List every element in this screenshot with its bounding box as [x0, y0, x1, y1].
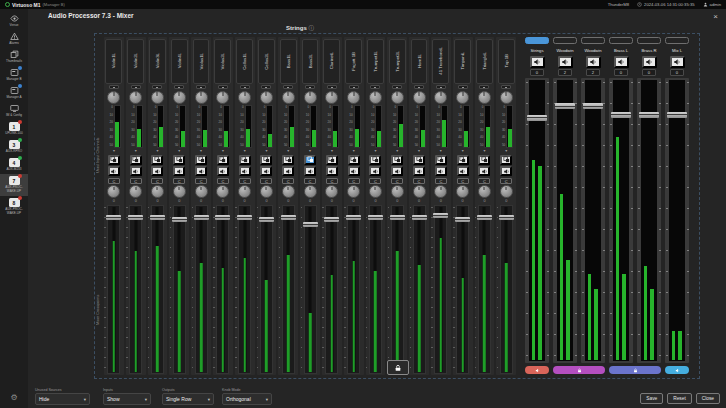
- output-fader-handle[interactable]: [555, 103, 575, 109]
- output-select-chip[interactable]: [553, 37, 577, 44]
- output-select-chip[interactable]: [609, 37, 633, 44]
- crosspoint-fader[interactable]: [215, 205, 230, 374]
- channel-edit-button[interactable]: [348, 155, 360, 165]
- channel-mute-button[interactable]: [348, 166, 360, 176]
- channel-mute-button[interactable]: [457, 166, 469, 176]
- crosspoint-fader[interactable]: [259, 205, 274, 374]
- pan-knob[interactable]: [260, 185, 273, 198]
- crosspoint-fader[interactable]: [237, 205, 252, 374]
- fader-handle[interactable]: [106, 215, 121, 220]
- fader-handle[interactable]: [346, 215, 361, 220]
- center-pan-button[interactable]: C: [369, 178, 381, 184]
- center-pan-button[interactable]: C: [391, 178, 403, 184]
- channel-edit-button[interactable]: [282, 155, 294, 165]
- sidebar-item[interactable]: 7 AUX-PROC-WAKE-UP: [0, 174, 28, 196]
- fader-handle[interactable]: [259, 217, 274, 222]
- fader-handle[interactable]: [172, 217, 187, 222]
- gain-knob[interactable]: [151, 91, 164, 104]
- output-mute-button[interactable]: [558, 56, 573, 68]
- fader-handle[interactable]: [150, 215, 165, 220]
- crosspoint-fader[interactable]: [303, 205, 318, 374]
- dropdown-select[interactable]: Hide▾: [35, 393, 90, 405]
- pan-knob[interactable]: [434, 185, 447, 198]
- gain-knob[interactable]: [195, 91, 208, 104]
- gain-knob[interactable]: [260, 91, 273, 104]
- center-pan-button[interactable]: C: [348, 178, 360, 184]
- pan-knob[interactable]: [151, 185, 164, 198]
- close-icon[interactable]: ×: [713, 13, 718, 21]
- channel-mute-button[interactable]: [500, 166, 512, 176]
- channel-edit-button[interactable]: [130, 155, 142, 165]
- crosspoint-fader[interactable]: [324, 205, 339, 374]
- channel-edit-button[interactable]: [435, 155, 447, 165]
- lock-pill-button[interactable]: [609, 366, 661, 374]
- fader-handle[interactable]: [499, 215, 514, 220]
- channel-mute-button[interactable]: [195, 166, 207, 176]
- channel-mute-button[interactable]: [435, 166, 447, 176]
- output-mute-button[interactable]: [530, 56, 545, 68]
- fader-handle[interactable]: [281, 215, 296, 220]
- info-icon[interactable]: ⓘ: [308, 25, 314, 31]
- speaker-pill-button[interactable]: [525, 366, 549, 374]
- channel-edit-button[interactable]: [413, 155, 425, 165]
- crosspoint-fader[interactable]: [281, 205, 296, 374]
- fader-handle[interactable]: [128, 215, 143, 220]
- output-select-chip[interactable]: [581, 37, 605, 44]
- output-select-chip[interactable]: [665, 37, 689, 44]
- fader-handle[interactable]: [455, 217, 470, 222]
- sidebar-item[interactable]: 1 UPLINK-100: [0, 120, 28, 138]
- center-pan-button[interactable]: C: [326, 178, 338, 184]
- center-pan-button[interactable]: C: [108, 178, 120, 184]
- output-fader[interactable]: [609, 78, 633, 364]
- crosspoint-fader[interactable]: [455, 205, 470, 374]
- fader-handle[interactable]: [390, 215, 405, 220]
- output-mute-button[interactable]: [642, 56, 657, 68]
- fader-handle[interactable]: [324, 217, 339, 222]
- channel-mute-button[interactable]: [130, 166, 142, 176]
- gain-knob[interactable]: [304, 91, 317, 104]
- gain-knob[interactable]: [478, 91, 491, 104]
- channel-edit-button[interactable]: [500, 155, 512, 165]
- crosspoint-fader[interactable]: [477, 205, 492, 374]
- channel-edit-button[interactable]: [239, 155, 251, 165]
- fader-handle[interactable]: [303, 222, 318, 227]
- dropdown-select[interactable]: Show▾: [103, 393, 151, 405]
- channel-edit-button[interactable]: [391, 155, 403, 165]
- sidebar-item[interactable]: 4 AUX-M233: [0, 156, 28, 174]
- channel-edit-button[interactable]: [478, 155, 490, 165]
- lock-pill-button[interactable]: [553, 366, 605, 374]
- channel-mute-button[interactable]: [478, 166, 490, 176]
- pan-knob[interactable]: [238, 185, 251, 198]
- output-fader-handle[interactable]: [527, 115, 547, 121]
- sidebar-item[interactable]: Alarms: [0, 30, 28, 48]
- center-pan-button[interactable]: C: [304, 178, 316, 184]
- gain-knob[interactable]: [325, 91, 338, 104]
- fader-handle[interactable]: [477, 215, 492, 220]
- output-fader[interactable]: [525, 78, 549, 364]
- channel-mute-button[interactable]: [173, 166, 185, 176]
- channel-mute-button[interactable]: [151, 166, 163, 176]
- output-fader[interactable]: [665, 78, 689, 364]
- gain-knob[interactable]: [391, 91, 404, 104]
- sidebar-item[interactable]: 8 AUX-PROC-WAKE-UP: [0, 196, 28, 218]
- center-pan-button[interactable]: C: [239, 178, 251, 184]
- channel-mute-button[interactable]: [304, 166, 316, 176]
- sidebar-item[interactable]: Venue: [0, 12, 28, 30]
- center-pan-button[interactable]: C: [173, 178, 185, 184]
- gain-knob[interactable]: [129, 91, 142, 104]
- channel-edit-button[interactable]: [217, 155, 229, 165]
- channel-edit-button[interactable]: [326, 155, 338, 165]
- center-pan-button[interactable]: C: [435, 178, 447, 184]
- gain-knob[interactable]: [216, 91, 229, 104]
- pan-knob[interactable]: [413, 185, 426, 198]
- gain-knob[interactable]: [434, 91, 447, 104]
- output-fader[interactable]: [553, 78, 577, 364]
- pan-knob[interactable]: [500, 185, 513, 198]
- pan-knob[interactable]: [129, 185, 142, 198]
- channel-mute-button[interactable]: [239, 166, 251, 176]
- dropdown-select[interactable]: Single Row▾: [162, 393, 214, 405]
- output-fader-handle[interactable]: [583, 103, 603, 109]
- pan-knob[interactable]: [282, 185, 295, 198]
- sidebar-item[interactable]: Manager A: [0, 84, 28, 102]
- channel-edit-button[interactable]: [457, 155, 469, 165]
